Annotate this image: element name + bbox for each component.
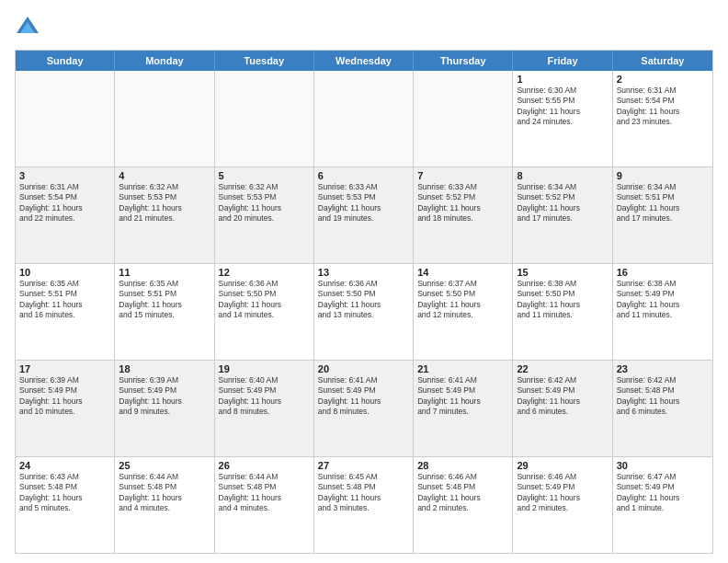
day-number: 3: [19, 170, 110, 181]
cal-cell: 15Sunrise: 6:38 AM Sunset: 5:50 PM Dayli…: [513, 264, 612, 360]
day-number: 28: [417, 460, 508, 471]
cal-cell: 10Sunrise: 6:35 AM Sunset: 5:51 PM Dayli…: [16, 264, 115, 360]
day-number: 19: [219, 363, 310, 374]
day-info: Sunrise: 6:46 AM Sunset: 5:48 PM Dayligh…: [417, 472, 508, 514]
cal-cell: 23Sunrise: 6:42 AM Sunset: 5:48 PM Dayli…: [613, 361, 712, 456]
week-row-2: 10Sunrise: 6:35 AM Sunset: 5:51 PM Dayli…: [16, 263, 712, 360]
day-info: Sunrise: 6:39 AM Sunset: 5:49 PM Dayligh…: [19, 375, 110, 418]
day-number: 18: [119, 363, 210, 374]
cal-cell: 13Sunrise: 6:36 AM Sunset: 5:50 PM Dayli…: [314, 264, 414, 360]
day-number: 6: [318, 170, 409, 181]
day-info: Sunrise: 6:46 AM Sunset: 5:49 PM Dayligh…: [517, 472, 608, 514]
day-info: Sunrise: 6:33 AM Sunset: 5:52 PM Dayligh…: [417, 182, 508, 224]
day-info: Sunrise: 6:31 AM Sunset: 5:54 PM Dayligh…: [19, 182, 110, 224]
day-number: 21: [417, 363, 508, 374]
cal-cell: [314, 71, 414, 167]
day-info: Sunrise: 6:42 AM Sunset: 5:49 PM Dayligh…: [517, 375, 608, 418]
cal-cell: 3Sunrise: 6:31 AM Sunset: 5:54 PM Daylig…: [16, 167, 115, 263]
day-info: Sunrise: 6:35 AM Sunset: 5:51 PM Dayligh…: [119, 279, 210, 321]
cal-cell: 4Sunrise: 6:32 AM Sunset: 5:53 PM Daylig…: [115, 167, 214, 263]
day-info: Sunrise: 6:40 AM Sunset: 5:49 PM Dayligh…: [219, 375, 310, 418]
header-day-tuesday: Tuesday: [215, 51, 314, 71]
day-info: Sunrise: 6:32 AM Sunset: 5:53 PM Dayligh…: [119, 182, 210, 224]
day-number: 23: [617, 363, 709, 374]
week-row-4: 24Sunrise: 6:43 AM Sunset: 5:48 PM Dayli…: [16, 456, 712, 553]
day-number: 26: [219, 460, 310, 471]
day-number: 11: [119, 267, 210, 278]
day-number: 22: [517, 363, 608, 374]
cal-cell: 2Sunrise: 6:31 AM Sunset: 5:54 PM Daylig…: [613, 71, 712, 167]
cal-cell: 17Sunrise: 6:39 AM Sunset: 5:49 PM Dayli…: [16, 361, 115, 456]
cal-cell: [414, 71, 513, 167]
cal-cell: 18Sunrise: 6:39 AM Sunset: 5:49 PM Dayli…: [115, 361, 214, 456]
cal-cell: 16Sunrise: 6:38 AM Sunset: 5:49 PM Dayli…: [613, 264, 712, 360]
day-number: 8: [517, 170, 608, 181]
day-number: 30: [617, 460, 709, 471]
logo: [15, 15, 44, 40]
day-number: 5: [219, 170, 310, 181]
calendar-body: 1Sunrise: 6:30 AM Sunset: 5:55 PM Daylig…: [16, 71, 712, 553]
cal-cell: 21Sunrise: 6:41 AM Sunset: 5:49 PM Dayli…: [414, 361, 513, 456]
day-number: 13: [318, 267, 409, 278]
cal-cell: 7Sunrise: 6:33 AM Sunset: 5:52 PM Daylig…: [414, 167, 513, 263]
day-info: Sunrise: 6:36 AM Sunset: 5:50 PM Dayligh…: [318, 279, 409, 321]
day-info: Sunrise: 6:30 AM Sunset: 5:55 PM Dayligh…: [517, 86, 608, 128]
day-info: Sunrise: 6:36 AM Sunset: 5:50 PM Dayligh…: [219, 279, 310, 321]
cal-cell: 5Sunrise: 6:32 AM Sunset: 5:53 PM Daylig…: [215, 167, 314, 263]
cal-cell: 19Sunrise: 6:40 AM Sunset: 5:49 PM Dayli…: [215, 361, 314, 456]
cal-cell: [215, 71, 314, 167]
day-number: 29: [517, 460, 608, 471]
header-day-sunday: Sunday: [16, 51, 115, 71]
week-row-0: 1Sunrise: 6:30 AM Sunset: 5:55 PM Daylig…: [16, 71, 712, 167]
day-info: Sunrise: 6:42 AM Sunset: 5:48 PM Dayligh…: [617, 375, 709, 418]
day-info: Sunrise: 6:47 AM Sunset: 5:49 PM Dayligh…: [617, 472, 709, 514]
day-info: Sunrise: 6:35 AM Sunset: 5:51 PM Dayligh…: [19, 279, 110, 321]
day-info: Sunrise: 6:44 AM Sunset: 5:48 PM Dayligh…: [219, 472, 310, 514]
header-day-saturday: Saturday: [613, 51, 712, 71]
page: SundayMondayTuesdayWednesdayThursdayFrid…: [0, 0, 728, 563]
day-info: Sunrise: 6:41 AM Sunset: 5:49 PM Dayligh…: [417, 375, 508, 418]
day-number: 4: [119, 170, 210, 181]
cal-cell: [115, 71, 214, 167]
cal-cell: 1Sunrise: 6:30 AM Sunset: 5:55 PM Daylig…: [513, 71, 612, 167]
header-day-wednesday: Wednesday: [314, 51, 414, 71]
week-row-3: 17Sunrise: 6:39 AM Sunset: 5:49 PM Dayli…: [16, 360, 712, 456]
day-info: Sunrise: 6:38 AM Sunset: 5:50 PM Dayligh…: [517, 279, 608, 321]
cal-cell: 30Sunrise: 6:47 AM Sunset: 5:49 PM Dayli…: [613, 457, 712, 553]
cal-cell: 25Sunrise: 6:44 AM Sunset: 5:48 PM Dayli…: [115, 457, 214, 553]
day-number: 27: [318, 460, 409, 471]
day-info: Sunrise: 6:34 AM Sunset: 5:52 PM Dayligh…: [517, 182, 608, 224]
day-info: Sunrise: 6:32 AM Sunset: 5:53 PM Dayligh…: [219, 182, 310, 224]
cal-cell: 9Sunrise: 6:34 AM Sunset: 5:51 PM Daylig…: [613, 167, 712, 263]
day-number: 2: [617, 74, 709, 85]
cal-cell: 27Sunrise: 6:45 AM Sunset: 5:48 PM Dayli…: [314, 457, 414, 553]
day-info: Sunrise: 6:37 AM Sunset: 5:50 PM Dayligh…: [417, 279, 508, 321]
day-info: Sunrise: 6:33 AM Sunset: 5:53 PM Dayligh…: [318, 182, 409, 224]
day-number: 10: [19, 267, 110, 278]
day-number: 17: [19, 363, 110, 374]
cal-cell: 8Sunrise: 6:34 AM Sunset: 5:52 PM Daylig…: [513, 167, 612, 263]
cal-cell: 22Sunrise: 6:42 AM Sunset: 5:49 PM Dayli…: [513, 361, 612, 456]
cal-cell: 14Sunrise: 6:37 AM Sunset: 5:50 PM Dayli…: [414, 264, 513, 360]
day-number: 1: [517, 74, 608, 85]
day-number: 9: [617, 170, 709, 181]
day-number: 16: [617, 267, 709, 278]
logo-icon: [15, 15, 40, 40]
cal-cell: 6Sunrise: 6:33 AM Sunset: 5:53 PM Daylig…: [314, 167, 414, 263]
day-number: 24: [19, 460, 110, 471]
day-info: Sunrise: 6:44 AM Sunset: 5:48 PM Dayligh…: [119, 472, 210, 514]
day-info: Sunrise: 6:38 AM Sunset: 5:49 PM Dayligh…: [617, 279, 709, 321]
header-day-monday: Monday: [115, 51, 214, 71]
cal-cell: 12Sunrise: 6:36 AM Sunset: 5:50 PM Dayli…: [215, 264, 314, 360]
cal-cell: 29Sunrise: 6:46 AM Sunset: 5:49 PM Dayli…: [513, 457, 612, 553]
day-info: Sunrise: 6:31 AM Sunset: 5:54 PM Dayligh…: [617, 86, 709, 128]
cal-cell: 26Sunrise: 6:44 AM Sunset: 5:48 PM Dayli…: [215, 457, 314, 553]
header-day-friday: Friday: [513, 51, 612, 71]
cal-cell: 20Sunrise: 6:41 AM Sunset: 5:49 PM Dayli…: [314, 361, 414, 456]
calendar: SundayMondayTuesdayWednesdayThursdayFrid…: [15, 50, 713, 554]
calendar-header: SundayMondayTuesdayWednesdayThursdayFrid…: [16, 51, 712, 71]
day-number: 25: [119, 460, 210, 471]
day-info: Sunrise: 6:41 AM Sunset: 5:49 PM Dayligh…: [318, 375, 409, 418]
day-number: 7: [417, 170, 508, 181]
header-day-thursday: Thursday: [414, 51, 513, 71]
